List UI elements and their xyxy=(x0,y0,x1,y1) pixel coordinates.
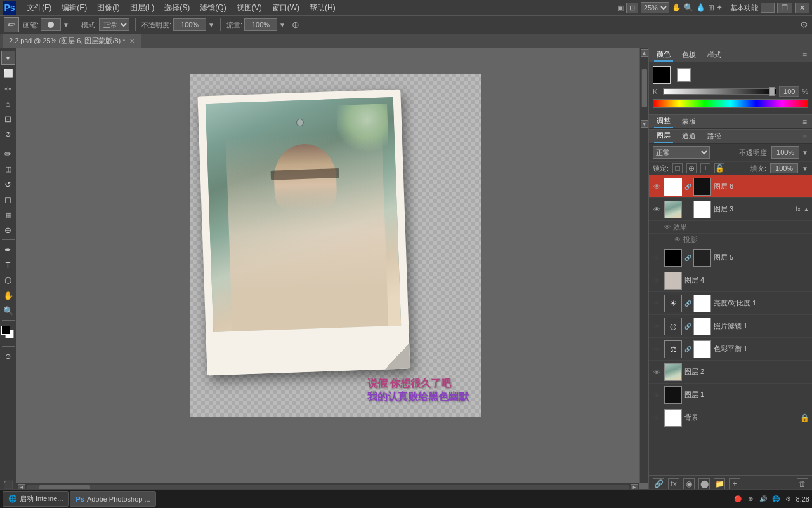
tool-text[interactable]: T xyxy=(1,258,15,272)
menu-file[interactable]: 文件(F) xyxy=(22,1,56,15)
layer-row-1[interactable]: 👁 图层 1 xyxy=(649,384,812,406)
layer-row-bg[interactable]: 👁 背景 🔒 xyxy=(649,406,812,429)
menu-layer[interactable]: 图层(L) xyxy=(125,1,160,15)
menu-image[interactable]: 图像(I) xyxy=(92,1,124,15)
view-mode-btn[interactable]: ⊞ xyxy=(626,3,638,13)
k-value-input[interactable] xyxy=(779,86,799,97)
v-scroll-track[interactable] xyxy=(641,69,647,107)
menu-view[interactable]: 视图(V) xyxy=(232,1,267,15)
document-tab[interactable]: 2.2.psd @ 25% (图层 6, 图层蒙版/8) * ✕ xyxy=(3,34,141,48)
menu-help[interactable]: 帮助(H) xyxy=(304,1,341,15)
tool-magic-wand[interactable]: ⌂ xyxy=(1,97,15,110)
add-mask-btn[interactable]: ◉ xyxy=(683,478,695,490)
zoom-select[interactable]: 25% xyxy=(641,2,669,13)
eyedrop-icon[interactable]: 💧 xyxy=(696,3,705,12)
zoom-tool-icon[interactable]: 🔍 xyxy=(684,3,693,12)
menu-select[interactable]: 选择(S) xyxy=(159,1,195,15)
layer-opacity-input[interactable] xyxy=(771,146,799,159)
delete-layer-btn[interactable]: 🗑 xyxy=(797,478,808,490)
fg-color-swatch[interactable] xyxy=(1,326,10,335)
layer-vis-2[interactable]: 👁 xyxy=(652,367,662,377)
k-slider[interactable] xyxy=(663,88,776,95)
tool-clone[interactable]: ◫ xyxy=(1,162,15,176)
tool-dodge[interactable]: ⊕ xyxy=(1,223,15,237)
new-adj-layer-btn[interactable]: ⬤ xyxy=(698,478,710,490)
layer-vis-3[interactable]: 👁 xyxy=(652,204,662,215)
layer-vis-5[interactable]: 👁 xyxy=(652,253,662,263)
vertical-scrollbar[interactable]: ▲ ▼ xyxy=(639,48,648,483)
v-scroll-thumb[interactable] xyxy=(642,69,647,107)
layer-expand-3[interactable]: ▲ xyxy=(803,206,809,213)
tab-close-btn[interactable]: ✕ xyxy=(129,37,134,44)
tool-select-rect[interactable]: ⬜ xyxy=(1,66,15,80)
layer-row-5[interactable]: 👁 🔗 图层 5 xyxy=(649,246,812,269)
color-panel-options[interactable]: ≡ xyxy=(802,51,807,60)
brush-preview[interactable] xyxy=(41,18,61,31)
opacity-arrow[interactable]: ▼ xyxy=(208,22,214,29)
tool-pen[interactable]: ✒ xyxy=(1,243,15,257)
start-btn[interactable]: 🌐 启动 Interne... xyxy=(3,491,69,507)
blend-mode-select[interactable]: 正常 xyxy=(99,18,129,31)
sys-icon5[interactable]: ⚙ xyxy=(783,494,794,504)
layers-panel-options[interactable]: ≡ xyxy=(802,132,807,141)
airbrush-icon[interactable]: ⊕ xyxy=(292,20,299,30)
layer-row-3[interactable]: 👁 图层 3 fx ▲ xyxy=(649,198,812,221)
ps-taskbar-btn[interactable]: Ps Adobe Photoshop ... xyxy=(70,491,155,507)
flow-input[interactable] xyxy=(244,18,277,31)
close-btn[interactable]: ✕ xyxy=(795,3,809,13)
layer-vis-4[interactable]: 👁 xyxy=(652,276,662,286)
layer-row-2[interactable]: 👁 图层 2 xyxy=(649,361,812,384)
paths-tab[interactable]: 路径 xyxy=(705,130,724,142)
tool-lasso[interactable]: ⊹ xyxy=(1,81,15,95)
tool-quickmask[interactable]: ⊙ xyxy=(1,349,15,363)
spectrum-bar[interactable] xyxy=(653,99,808,108)
tool-history-brush[interactable]: ↺ xyxy=(1,177,15,191)
new-group-btn[interactable]: 📁 xyxy=(714,478,725,490)
layer-vis-adj3[interactable]: 👁 xyxy=(652,344,662,354)
swatches-tab[interactable]: 色板 xyxy=(679,49,698,61)
tool-crop[interactable]: ⊡ xyxy=(1,112,15,126)
add-style-btn[interactable]: fx xyxy=(668,478,679,490)
opacity-arrow[interactable]: ▼ xyxy=(802,149,808,156)
restore-btn[interactable]: ❐ xyxy=(777,3,792,13)
menu-window[interactable]: 窗口(W) xyxy=(267,1,304,15)
color-tab[interactable]: 颜色 xyxy=(654,48,673,62)
adjust-tab[interactable]: 调整 xyxy=(654,115,673,128)
layers-tab[interactable]: 图层 xyxy=(654,130,673,143)
fill-arrow[interactable]: ▼ xyxy=(802,165,808,172)
layer-vis-bg[interactable]: 👁 xyxy=(652,413,662,423)
brush-arrow[interactable]: ▼ xyxy=(63,22,69,29)
sys-icon1[interactable]: 🔴 xyxy=(733,494,743,504)
fill-input[interactable] xyxy=(770,163,798,173)
link-layers-btn[interactable]: 🔗 xyxy=(653,478,664,490)
layer-vis-adj2[interactable]: 👁 xyxy=(652,321,662,331)
opacity-input[interactable] xyxy=(173,18,206,31)
tool-options-icon[interactable]: ⚙ xyxy=(800,20,808,30)
layer-vis-6[interactable]: 👁 xyxy=(652,182,662,192)
layer-row-adj3[interactable]: 👁 ⚖ 🔗 色彩平衡 1 xyxy=(649,338,812,361)
tool-gradient[interactable]: ▦ xyxy=(1,208,15,222)
layer-vis-1[interactable]: 👁 xyxy=(652,390,662,400)
main-bg-color[interactable] xyxy=(677,68,691,82)
menu-edit[interactable]: 编辑(E) xyxy=(56,1,92,15)
sys-icon3[interactable]: 🔊 xyxy=(758,494,768,504)
tool-shape[interactable]: ⬡ xyxy=(1,273,15,287)
sys-icon2[interactable]: ⊕ xyxy=(745,494,756,504)
layer-row-4[interactable]: 👁 图层 4 xyxy=(649,269,812,292)
layer-row-adj2[interactable]: 👁 ◎ 🔗 照片滤镜 1 xyxy=(649,315,812,338)
layer-row-adj1[interactable]: 👁 ☀ 🔗 亮度/对比度 1 xyxy=(649,292,812,315)
tool-move[interactable]: ✦ xyxy=(1,51,15,65)
lock-all-btn[interactable]: + xyxy=(700,163,710,173)
tool-eyedropper[interactable]: ⊘ xyxy=(1,127,15,141)
lock-pixels-btn[interactable]: □ xyxy=(672,163,683,173)
channels-tab[interactable]: 通道 xyxy=(679,130,698,142)
scroll-down-btn[interactable]: ▼ xyxy=(641,120,648,128)
minimize-btn[interactable]: ─ xyxy=(761,3,775,13)
main-fg-color[interactable] xyxy=(653,66,671,84)
canvas-wrapper[interactable]: 说假 你想很久了吧 我的认真败给黑色幽默 xyxy=(23,55,648,491)
layer-row-6[interactable]: 👁 🔗 图层 6 xyxy=(649,175,812,198)
new-layer-btn[interactable]: + xyxy=(729,478,740,490)
scroll-up-btn[interactable]: ▲ xyxy=(641,49,648,57)
lock-position-btn[interactable]: ⊕ xyxy=(686,163,697,173)
lock-move-btn[interactable]: 🔒 xyxy=(714,163,724,173)
